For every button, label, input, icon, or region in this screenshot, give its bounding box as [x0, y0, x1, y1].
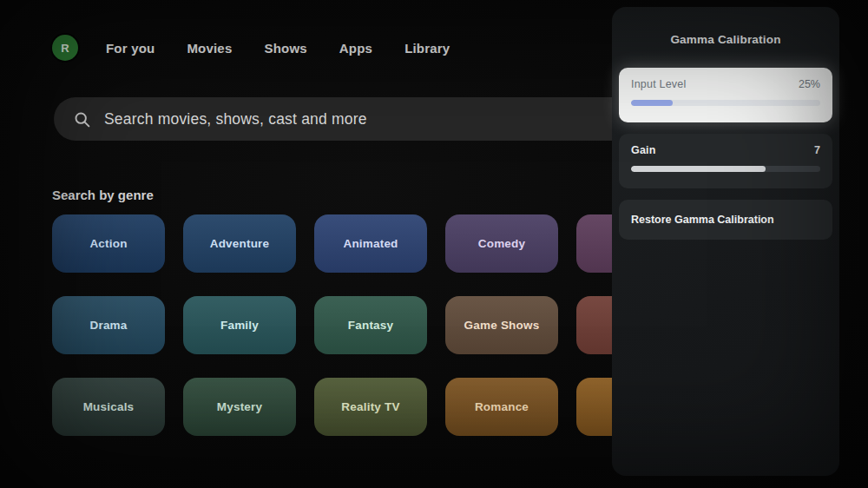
- tab-shows[interactable]: Shows: [264, 41, 306, 56]
- genre-tile-adventure[interactable]: Adventure: [183, 214, 296, 273]
- genre-tile-mystery[interactable]: Mystery: [183, 378, 296, 436]
- gamma-calibration-panel: Gamma Calibration Input Level 25% Gain 7…: [612, 7, 839, 476]
- genre-tile-reality-tv[interactable]: Reality TV: [314, 378, 427, 436]
- genre-tile-label: Animated: [343, 237, 398, 250]
- gain-label: Gain: [631, 144, 656, 156]
- genre-tile-musicals[interactable]: Musicals: [52, 378, 165, 436]
- top-nav: R For you Movies Shows Apps Library: [52, 35, 450, 61]
- genre-tile-label: Drama: [89, 319, 127, 332]
- tab-for-you[interactable]: For you: [106, 41, 155, 56]
- tab-movies[interactable]: Movies: [187, 41, 232, 56]
- gain-slider[interactable]: Gain 7: [619, 134, 832, 188]
- gain-bar-track: [631, 166, 820, 172]
- input-level-bar-fill: [631, 100, 673, 106]
- input-level-slider[interactable]: Input Level 25%: [619, 68, 832, 122]
- genre-tile-label: Family: [220, 319, 259, 332]
- gain-bar-fill: [631, 166, 766, 172]
- panel-title: Gamma Calibration: [619, 7, 832, 46]
- genre-tile-label: Romance: [475, 400, 529, 413]
- genre-tile-drama[interactable]: Drama: [52, 296, 165, 354]
- search-icon: [73, 110, 91, 129]
- genre-tile-label: Fantasy: [348, 319, 393, 332]
- gain-value: 7: [814, 144, 820, 156]
- genre-tile-action[interactable]: Action: [52, 214, 165, 273]
- genre-tile-game-shows[interactable]: Game Shows: [445, 296, 558, 354]
- genre-tile-family[interactable]: Family: [183, 296, 296, 354]
- tab-library[interactable]: Library: [404, 41, 450, 56]
- genre-tile-romance[interactable]: Romance: [445, 378, 558, 436]
- genre-grid: Action Adventure Animated Comedy Drama F…: [52, 214, 689, 436]
- genre-tile-label: Reality TV: [341, 400, 399, 413]
- genre-tile-label: Adventure: [210, 237, 270, 250]
- genre-tile-comedy[interactable]: Comedy: [445, 214, 558, 273]
- genre-tile-label: Musicals: [83, 400, 135, 413]
- genre-tile-animated[interactable]: Animated: [314, 214, 427, 273]
- tab-apps[interactable]: Apps: [339, 41, 372, 56]
- profile-avatar[interactable]: R: [52, 35, 78, 61]
- search-input[interactable]: Search movies, shows, cast and more: [54, 97, 667, 141]
- input-level-bar-track: [631, 100, 820, 106]
- search-placeholder: Search movies, shows, cast and more: [104, 110, 367, 129]
- genre-tile-label: Game Shows: [464, 319, 540, 332]
- genre-tile-fantasy[interactable]: Fantasy: [314, 296, 427, 354]
- restore-gamma-label: Restore Gamma Calibration: [631, 214, 774, 226]
- nav-tabs: For you Movies Shows Apps Library: [106, 41, 450, 56]
- genre-section-title: Search by genre: [52, 188, 154, 202]
- tv-home-screen: R For you Movies Shows Apps Library Sear…: [0, 0, 868, 488]
- input-level-value: 25%: [799, 78, 820, 90]
- genre-tile-label: Mystery: [217, 400, 262, 413]
- input-level-label: Input Level: [631, 78, 686, 90]
- genre-tile-label: Action: [89, 237, 127, 250]
- restore-gamma-button[interactable]: Restore Gamma Calibration: [619, 200, 832, 240]
- genre-tile-label: Comedy: [478, 237, 525, 250]
